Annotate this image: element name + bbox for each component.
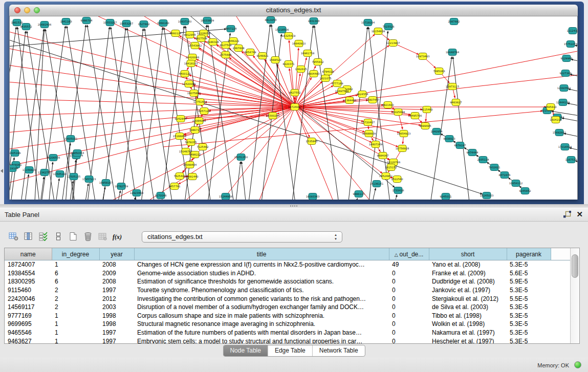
graph-node[interactable]: 19495766 xyxy=(408,113,422,119)
graph-node[interactable]: 3624554 xyxy=(356,91,368,98)
graph-node[interactable]: 10719184 xyxy=(361,19,375,26)
graph-node[interactable]: 8938923 xyxy=(443,136,455,142)
graph-node[interactable]: 6794028 xyxy=(322,69,334,75)
graph-edge[interactable] xyxy=(10,27,16,200)
graph-edge[interactable] xyxy=(347,27,367,200)
graph-node[interactable]: 12444139 xyxy=(556,99,570,106)
graph-node[interactable]: 10837140 xyxy=(178,18,191,25)
graph-edge[interactable] xyxy=(568,103,577,110)
graph-node[interactable]: 15692931 xyxy=(553,129,566,136)
graph-edge[interactable] xyxy=(242,162,247,200)
table-scrollbar-thumb[interactable] xyxy=(572,254,578,278)
graph-node[interactable]: 1170046 xyxy=(155,192,166,199)
graph-node[interactable]: 9474444 xyxy=(466,149,478,156)
graph-node[interactable]: 8427552 xyxy=(289,90,300,96)
graph-node[interactable]: 5878355 xyxy=(185,139,197,146)
column-header-filler[interactable] xyxy=(551,248,570,260)
graph-node[interactable]: 1535845 xyxy=(306,138,317,145)
close-window-button[interactable] xyxy=(14,7,20,13)
graph-node[interactable]: 25051350 xyxy=(234,154,248,161)
graph-node[interactable]: 9386704 xyxy=(80,17,93,24)
graph-node[interactable]: 2367608 xyxy=(232,45,244,52)
column-chooser-icon[interactable] xyxy=(21,230,36,243)
table-row[interactable]: 946362711997Embryonic stem cells: a mode… xyxy=(5,337,570,343)
graph-node[interactable]: 9827508 xyxy=(195,35,207,42)
graph-node[interactable]: 20605031 xyxy=(64,136,77,142)
graph-node[interactable]: 1167533 xyxy=(565,157,577,163)
graph-node[interactable]: 4257120 xyxy=(198,108,210,115)
graph-node[interactable]: 10654112 xyxy=(509,180,522,187)
graph-node[interactable]: 1527602 xyxy=(138,21,149,28)
graph-edge[interactable] xyxy=(571,59,577,65)
graph-node[interactable]: 9699695 xyxy=(419,123,431,129)
graph-node[interactable]: 9435572 xyxy=(20,24,32,30)
graph-node[interactable]: 10025488 xyxy=(391,109,405,116)
graph-node[interactable]: 11156829 xyxy=(23,167,36,173)
citation-network-graph[interactable]: 1661530943557220691406184118393867041055… xyxy=(10,16,577,200)
network-window-titlebar[interactable]: citations_edges.txt xyxy=(9,5,578,16)
graph-node[interactable]: 9691440 xyxy=(186,173,198,180)
graph-node[interactable]: 8454749 xyxy=(244,49,256,56)
graph-edge[interactable] xyxy=(10,98,295,107)
graph-node[interactable]: 12093582 xyxy=(557,85,571,92)
graph-node[interactable]: 12505135 xyxy=(67,173,80,180)
graph-node[interactable]: 15218506 xyxy=(275,27,289,33)
minimize-window-button[interactable] xyxy=(24,7,30,13)
graph-node[interactable]: 10553287 xyxy=(103,19,117,26)
tab-network-table[interactable]: Network Table xyxy=(313,345,365,356)
graph-node[interactable]: 9684067 xyxy=(377,152,388,159)
graph-node[interactable]: 3575685 xyxy=(220,52,231,58)
graph-node[interactable]: 9886115 xyxy=(353,191,364,198)
table-row[interactable]: 1938455462009Genome-wide association stu… xyxy=(5,269,570,278)
table-row[interactable]: 2242004622012Investigating the contribut… xyxy=(5,294,570,303)
graph-node[interactable]: 7955812 xyxy=(312,59,323,65)
graph-edge[interactable] xyxy=(102,28,126,200)
graph-edge[interactable] xyxy=(163,111,542,147)
graph-edge[interactable] xyxy=(133,107,295,200)
graph-node[interactable]: 1546221 xyxy=(227,38,239,45)
graph-node[interactable]: 10688609 xyxy=(362,130,376,137)
graph-node[interactable]: 20206556 xyxy=(47,155,60,161)
graph-node[interactable]: 8186328 xyxy=(207,39,219,46)
table-row[interactable]: 1872400712008Changes of HCN gene express… xyxy=(5,260,570,269)
graph-node[interactable]: 19524851 xyxy=(379,173,393,180)
table-settings-icon[interactable] xyxy=(6,230,21,243)
graph-edge[interactable] xyxy=(144,29,173,200)
table-row[interactable]: 977716911998Corpus callosum shape and si… xyxy=(5,312,570,320)
network-canvas[interactable]: 1661530943557220691406184118393867041055… xyxy=(9,16,578,200)
graph-node[interactable]: 1615152 xyxy=(385,164,397,171)
column-header-name[interactable]: name xyxy=(5,248,52,260)
horizontal-splitter[interactable] xyxy=(0,204,588,208)
graph-node[interactable]: 1362615 xyxy=(295,66,307,73)
graph-node[interactable]: 1733426 xyxy=(392,187,404,194)
graph-node[interactable]: 1595810 xyxy=(545,104,556,111)
graph-node[interactable]: 14099484 xyxy=(183,162,197,168)
graph-node[interactable]: 1621075 xyxy=(319,75,331,82)
graph-node[interactable]: 16543962 xyxy=(188,42,202,49)
graph-node[interactable]: 9904483 xyxy=(308,71,319,77)
graph-node[interactable]: 16782759 xyxy=(115,183,128,190)
table-mode-icon[interactable] xyxy=(51,230,66,243)
table-row[interactable]: 969969511998Structural magnetic resonanc… xyxy=(5,320,570,329)
graph-edge[interactable] xyxy=(354,199,357,200)
graph-node[interactable]: 7857224 xyxy=(225,26,237,32)
graph-node[interactable]: 18245033 xyxy=(480,192,493,199)
graph-node[interactable]: 9463627 xyxy=(450,99,462,106)
graph-node[interactable]: 3086717 xyxy=(189,127,201,134)
column-header-pagerank[interactable]: pagerank xyxy=(507,248,551,260)
graph-node[interactable]: 15720407 xyxy=(361,119,375,126)
graph-node[interactable]: 9245011 xyxy=(440,193,451,200)
table-row[interactable]: 946554611997Estimation of the future num… xyxy=(5,329,570,337)
graph-edge[interactable] xyxy=(564,134,577,141)
graph-node[interactable]: 16961758 xyxy=(301,50,314,57)
graph-node[interactable]: 7932621 xyxy=(488,164,500,171)
memory-status-indicator[interactable] xyxy=(574,361,581,368)
graph-edge[interactable] xyxy=(132,198,136,200)
graph-node[interactable]: 16154838 xyxy=(372,28,385,35)
graph-node[interactable]: 17016504 xyxy=(558,144,572,150)
graph-node[interactable]: 16093343 xyxy=(306,193,319,200)
graph-node[interactable]: 1112438 xyxy=(567,28,577,34)
graph-edge[interactable] xyxy=(17,27,40,200)
select-all-rows-icon[interactable] xyxy=(36,230,51,243)
column-header-out_de...[interactable]: △out_de... xyxy=(389,248,429,260)
